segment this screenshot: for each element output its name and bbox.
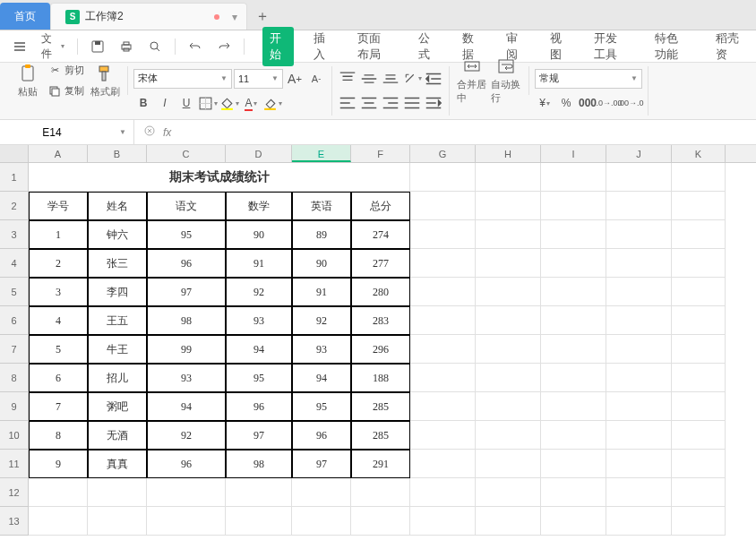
cell-B11[interactable]: 真真	[88, 450, 147, 478]
column-header-D[interactable]: D	[226, 145, 292, 162]
cell-C6[interactable]: 98	[147, 306, 226, 335]
cell-H9[interactable]	[476, 392, 541, 421]
cancel-formula-icon[interactable]	[143, 124, 156, 140]
cell-I10[interactable]	[541, 421, 606, 450]
cell-G9[interactable]	[410, 392, 476, 421]
cell-I9[interactable]	[541, 392, 606, 421]
ribbon-tab-pagelayout[interactable]: 页面布局	[350, 27, 399, 66]
cell-A7[interactable]: 5	[29, 335, 88, 364]
cell-D11[interactable]: 98	[226, 450, 292, 478]
cell-B10[interactable]: 无酒	[88, 421, 147, 450]
cell-E5[interactable]: 91	[292, 278, 351, 306]
cell-D12[interactable]	[226, 478, 292, 507]
cell-A11[interactable]: 9	[29, 450, 88, 478]
paste-button[interactable]: 粘贴	[11, 62, 45, 100]
fontcolor-button[interactable]: A▾	[241, 93, 261, 113]
row-header[interactable]: 7	[0, 335, 29, 364]
cell-D7[interactable]: 94	[226, 335, 292, 364]
cell-J13[interactable]	[606, 507, 672, 536]
cell-G3[interactable]	[410, 220, 476, 249]
cell-J8[interactable]	[606, 364, 672, 392]
tab-workbook[interactable]: S 工作簿2 ▾	[50, 3, 247, 30]
cell-I8[interactable]	[541, 364, 606, 392]
formula-input[interactable]	[180, 120, 756, 144]
cell-E11[interactable]: 97	[292, 450, 351, 478]
italic-button[interactable]: I	[155, 93, 175, 113]
cell-H6[interactable]	[476, 306, 541, 335]
cell-A4[interactable]: 2	[29, 249, 88, 278]
align-middle-button[interactable]	[359, 69, 379, 89]
cell-G1[interactable]	[410, 163, 476, 192]
cell-F3[interactable]: 274	[351, 220, 410, 249]
cut-button[interactable]: ✂剪切	[45, 62, 88, 79]
cell-B7[interactable]: 牛王	[88, 335, 147, 364]
cell-H11[interactable]	[476, 450, 541, 478]
column-header-H[interactable]: H	[476, 145, 541, 162]
cell-I3[interactable]	[541, 220, 606, 249]
tab-dropdown-icon[interactable]: ▾	[232, 11, 237, 23]
cell-I11[interactable]	[541, 450, 606, 478]
cell-G7[interactable]	[410, 335, 476, 364]
copy-button[interactable]: 复制	[45, 82, 88, 99]
column-header-C[interactable]: C	[147, 145, 226, 162]
cell-A3[interactable]: 1	[29, 220, 88, 249]
print-button[interactable]	[114, 36, 139, 57]
currency-button[interactable]: ¥▾	[535, 93, 554, 113]
numberformat-combo[interactable]: 常规▼	[535, 69, 642, 89]
cell-J2[interactable]	[606, 192, 672, 220]
cell-J9[interactable]	[606, 392, 672, 421]
cell-B9[interactable]: 粥吧	[88, 392, 147, 421]
row-header[interactable]: 2	[0, 192, 29, 220]
cell-A2[interactable]: 学号	[29, 192, 88, 220]
row-header[interactable]: 12	[0, 478, 29, 507]
fillcolor-button[interactable]: ▾	[219, 93, 239, 113]
cell-B8[interactable]: 招儿	[88, 364, 147, 392]
undo-button[interactable]	[183, 36, 208, 57]
cell-J4[interactable]	[606, 249, 672, 278]
cell-C11[interactable]: 96	[147, 450, 226, 478]
percent-button[interactable]: %	[556, 93, 576, 113]
cell-K12[interactable]	[672, 478, 726, 507]
cell-K5[interactable]	[672, 278, 726, 306]
cell-G11[interactable]	[410, 450, 476, 478]
cell-G8[interactable]	[410, 364, 476, 392]
cell-J6[interactable]	[606, 306, 672, 335]
cell-G5[interactable]	[410, 278, 476, 306]
cell-H3[interactable]	[476, 220, 541, 249]
cell-F2[interactable]: 总分	[351, 192, 410, 220]
font-size-combo[interactable]: 11▼	[234, 69, 283, 89]
column-header-K[interactable]: K	[672, 145, 726, 162]
column-header-E[interactable]: E	[292, 145, 351, 162]
underline-button[interactable]: U	[176, 93, 196, 113]
decrease-font-button[interactable]: A-	[306, 69, 326, 89]
row-header[interactable]: 4	[0, 249, 29, 278]
cell-A9[interactable]: 7	[29, 392, 88, 421]
indent-right-button[interactable]	[424, 69, 443, 89]
column-header-F[interactable]: F	[351, 145, 410, 162]
cell-I4[interactable]	[541, 249, 606, 278]
redo-button[interactable]	[211, 36, 236, 57]
row-header[interactable]: 9	[0, 392, 29, 421]
cell-C10[interactable]: 92	[147, 421, 226, 450]
spreadsheet-grid[interactable]: ABCDEFGHIJK 1期末考试成绩统计2学号姓名语文数学英语总分31钟六95…	[0, 145, 756, 549]
cell-H7[interactable]	[476, 335, 541, 364]
cell-B3[interactable]: 钟六	[88, 220, 147, 249]
justify-button[interactable]	[402, 93, 422, 113]
increase-font-button[interactable]: A+	[285, 69, 305, 89]
highlight-button[interactable]: ▾	[262, 93, 282, 113]
cell-J12[interactable]	[606, 478, 672, 507]
cell-J10[interactable]	[606, 421, 672, 450]
comma-button[interactable]: 000	[578, 93, 597, 113]
cell-E8[interactable]: 94	[292, 364, 351, 392]
cell-A6[interactable]: 4	[29, 306, 88, 335]
cell-I13[interactable]	[541, 507, 606, 536]
cell-F6[interactable]: 283	[351, 306, 410, 335]
cell-A13[interactable]	[29, 507, 88, 536]
cell-F8[interactable]: 188	[351, 364, 410, 392]
cell-F9[interactable]: 285	[351, 392, 410, 421]
cell-K10[interactable]	[672, 421, 726, 450]
formatpainter-button[interactable]: 格式刷	[88, 62, 122, 100]
bold-button[interactable]: B	[133, 93, 153, 113]
cell-I1[interactable]	[541, 163, 606, 192]
ribbon-tab-formula[interactable]: 公式	[411, 27, 442, 66]
